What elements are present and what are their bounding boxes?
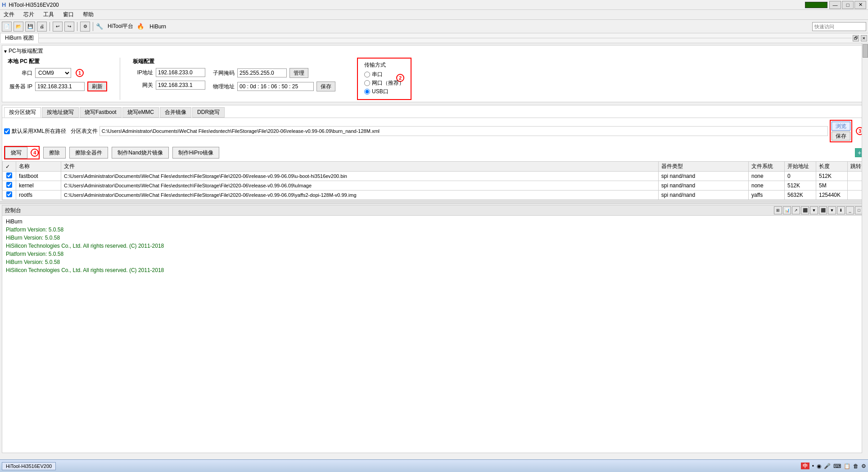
toolbar-btn-new[interactable]: 📄 (2, 22, 12, 32)
row-start: 5632K (785, 191, 816, 200)
toolbar-btn-open[interactable]: 📂 (14, 22, 23, 32)
console-line: HiSilicon Technologies Co., Ltd. All rig… (6, 266, 862, 274)
local-pc-label: 本地 PC 配置 (8, 58, 107, 65)
tab-address[interactable]: 按地址烧写 (42, 107, 79, 118)
port-select[interactable]: COM9 (35, 68, 71, 78)
file-label: 分区表文件 (71, 127, 98, 135)
close-btn[interactable]: ✕ (854, 1, 866, 9)
row-fs: none (749, 181, 785, 191)
gateway-input[interactable] (156, 81, 205, 90)
console-line: Platform Version: 5.0.58 (6, 226, 862, 234)
annot4: 4 (31, 149, 39, 157)
hiburn-view-tab[interactable]: HiBurn 视图 (0, 33, 39, 43)
transport-usb-radio[interactable] (364, 89, 370, 95)
transport-serial-radio[interactable] (364, 72, 370, 77)
menu-help[interactable]: 帮助 (81, 10, 95, 19)
title-bar-right: — □ ✕ (805, 1, 866, 9)
section-title: ▾ PC与板端配置 (4, 47, 864, 55)
cp-btn6[interactable]: ⬛ (819, 206, 827, 214)
toolbar-btn-5[interactable]: ⚙ (80, 22, 90, 32)
hitool-icon: 🔧 (96, 23, 103, 30)
tab-emmc[interactable]: 烧写eMMC (122, 107, 159, 118)
scrollbar-thumb[interactable] (863, 44, 868, 58)
config-row: 本地 PC 配置 串口 COM9 1 服务器 IP 刷新 板端配置 (4, 58, 864, 100)
cp-btn2[interactable]: 📊 (783, 206, 791, 214)
make-nand-btn[interactable]: 制作Nand烧片镜像 (112, 147, 169, 159)
hitool-platform-link[interactable]: HiTool平台 (106, 22, 135, 31)
toolbar-btn-redo[interactable]: ↪ (64, 22, 74, 32)
transport-title: 传输方式 (364, 61, 404, 69)
row-device: spi nand/nand (658, 181, 748, 191)
systray-trash: 🗑 (853, 463, 859, 469)
maximize-btn[interactable]: □ (842, 1, 854, 9)
ip-input[interactable] (156, 68, 205, 77)
cp-btn8[interactable]: ⬇ (837, 206, 845, 214)
make-hipro-btn[interactable]: 制作HiPro镜像 (172, 147, 219, 159)
cp-btn7[interactable]: ▼ (828, 206, 836, 214)
erase-all-btn[interactable]: 擦除全器件 (69, 147, 108, 159)
sub-tabs: 按分区烧写 按地址烧写 烧写Fastboot 烧写eMMC 合并镜像 DDR烧写 (2, 105, 866, 118)
cp-minimize-btn[interactable]: _ (846, 206, 854, 214)
taskbar-item[interactable]: HiTool-Hi3516EV200 (2, 462, 56, 470)
tab-fastboot[interactable]: 烧写Fastboot (80, 107, 122, 118)
board-fields: IP地址 网关 子网掩码 管理 (133, 68, 335, 93)
cp-btn1[interactable]: ⊞ (774, 206, 782, 214)
tab-partition[interactable]: 按分区烧写 (4, 107, 41, 118)
xml-checkbox[interactable] (4, 128, 10, 134)
menu-tools[interactable]: 工具 (41, 10, 56, 19)
row-length: 5M (816, 181, 848, 191)
row-check[interactable] (3, 191, 16, 200)
menu-file[interactable]: 文件 (2, 10, 16, 19)
row-fs: yaffs (749, 191, 785, 200)
close-view-btn[interactable]: ✕ (861, 35, 867, 41)
menu-bar: 文件 芯片 工具 窗口 帮助 (0, 10, 868, 20)
save-xml-btn[interactable]: 保存 (832, 132, 850, 141)
server-ip-label: 服务器 IP (8, 83, 32, 91)
menu-window[interactable]: 窗口 (61, 10, 76, 19)
row-check[interactable] (3, 181, 16, 191)
subnet-input[interactable] (237, 68, 287, 77)
console-line: HiBurn Version: 5.0.58 (6, 258, 862, 266)
menu-chip[interactable]: 芯片 (22, 10, 36, 19)
toolbar-btn-print[interactable]: 🖨 (37, 22, 47, 32)
toolbar-btn-undo[interactable]: ↩ (53, 22, 63, 32)
browse-btn[interactable]: 浏览 (832, 122, 850, 131)
tab-merge[interactable]: 合并镜像 (160, 107, 191, 118)
panel-divider[interactable] (0, 201, 868, 204)
quick-access-area (812, 22, 866, 31)
ime-icon[interactable]: 中 (801, 463, 809, 469)
server-ip-input[interactable] (35, 82, 85, 91)
right-scrollbar[interactable] (862, 43, 868, 453)
toolbar-btn-save[interactable]: 💾 (25, 22, 35, 32)
mac-input[interactable] (237, 82, 314, 91)
save-board-btn[interactable]: 保存 (316, 82, 335, 91)
cp-btn5[interactable]: ▼ (810, 206, 818, 214)
main-window-body: ▾ PC与板端配置 本地 PC 配置 串口 COM9 1 服务器 IP 刷新 (0, 43, 868, 466)
title-bar: H HiTool-Hi3516EV200 — □ ✕ (0, 0, 868, 10)
transport-network-radio[interactable] (364, 80, 370, 86)
cp-btn3[interactable]: ↗ (792, 206, 800, 214)
burn-btn[interactable]: 烧写 (5, 147, 27, 159)
title-bar-controls: — □ ✕ (829, 1, 866, 9)
restore-btn[interactable]: 🗗 (853, 35, 859, 41)
transport-network-label: 网口（推荐） (372, 79, 404, 87)
systray: 中 • ◉ 🎤 ⌨ 📋 🗑 ⚙ (801, 463, 866, 469)
console-line: HiSilicon Technologies Co., Ltd. All rig… (6, 242, 862, 250)
hiburn-link[interactable]: HiBurn (148, 23, 168, 31)
xml-path-input[interactable] (99, 126, 828, 136)
cp-btn4[interactable]: ⬛ (801, 206, 809, 214)
browse-save-box: 浏览 保存 (830, 120, 852, 142)
refresh-btn[interactable]: 刷新 (87, 82, 107, 91)
board-left: IP地址 网关 (133, 68, 205, 91)
row-check[interactable] (3, 172, 16, 181)
progress-indicator (805, 2, 827, 8)
quick-access-input[interactable] (812, 22, 866, 31)
row-length: 512K (816, 172, 848, 181)
control-panel-title: 控制台 (5, 207, 21, 214)
th-device: 器件类型 (658, 162, 748, 172)
tab-ddr[interactable]: DDR烧写 (192, 107, 225, 118)
minimize-btn[interactable]: — (829, 1, 841, 9)
erase-btn[interactable]: 擦除 (43, 147, 66, 159)
title-bar-left: H HiTool-Hi3516EV200 (2, 1, 59, 8)
manage-btn[interactable]: 管理 (289, 68, 308, 78)
